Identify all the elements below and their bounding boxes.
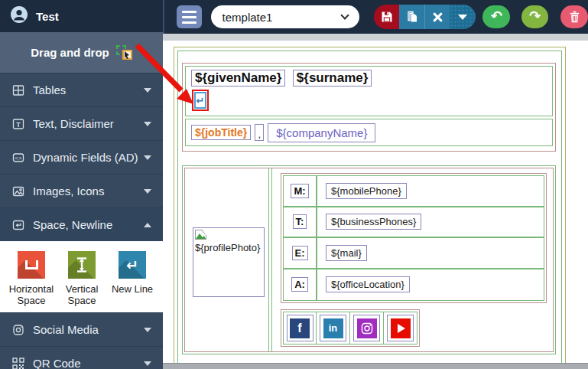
name-row-section: ${givenName} ${surname} ↵ <box>185 66 553 116</box>
vertical-space-icon <box>68 251 96 279</box>
sidebar-item-label: Text, Disclaimer <box>33 117 144 130</box>
field-profile-photo[interactable]: ${profilePhoto} <box>193 227 265 297</box>
svg-text:<>: <> <box>15 154 22 161</box>
horizontal-scrollbar[interactable] <box>163 363 588 369</box>
horizontal-space-tool[interactable]: Horizontal Space <box>6 251 57 306</box>
contact-label-telephone[interactable]: T: <box>293 214 307 229</box>
sidebar-item-images-icons[interactable]: Images, Icons <box>0 174 163 207</box>
sidebar-item-space-newline[interactable]: Space, Newline <box>0 207 163 241</box>
close-x-icon <box>432 11 443 23</box>
social-youtube-button[interactable] <box>387 315 414 341</box>
tables-icon <box>11 83 24 96</box>
contact-label-mobile[interactable]: M: <box>291 184 308 198</box>
tool-label: Horizontal Space <box>6 284 57 306</box>
newline-arrow-icon: ↵ <box>194 92 206 109</box>
contact-label-address[interactable]: A: <box>291 277 308 292</box>
text-icon: T <box>11 117 24 130</box>
new-line-icon: ↵ <box>119 251 146 279</box>
chevron-down-icon <box>341 11 349 19</box>
job-row-section: ${jobTitle} , ${companyName} <box>185 119 553 146</box>
clear-template-button[interactable] <box>424 5 450 29</box>
undo-button[interactable]: ↶ <box>482 5 510 28</box>
chevron-up-icon <box>144 223 151 227</box>
trash-icon <box>569 11 580 23</box>
sidebar-item-text-disclaimer[interactable]: T Text, Disclaimer <box>0 106 163 140</box>
more-actions-button[interactable] <box>450 5 476 29</box>
space-newline-panel: Horizontal Space Vertical Space ↵ New Li… <box>0 241 163 312</box>
copy-icon <box>406 11 418 23</box>
sidebar-item-label: QR Code <box>33 357 144 369</box>
social-linkedin-button[interactable]: in <box>320 315 346 341</box>
youtube-icon <box>391 318 411 338</box>
field-company-name[interactable]: ${companyName} <box>268 123 375 142</box>
contact-row: M: ${mobilePhone} <box>284 176 544 207</box>
field-given-name[interactable]: ${givenName} <box>191 70 285 87</box>
newline-icon <box>11 218 24 231</box>
chevron-down-icon <box>144 189 151 194</box>
photo-contacts-divider <box>268 168 272 352</box>
field-mail[interactable]: ${mail} <box>326 245 367 261</box>
redo-button[interactable]: ↷ <box>521 5 549 28</box>
redo-icon: ↷ <box>529 9 541 23</box>
hamburger-icon <box>182 11 197 13</box>
canvas-top-margin <box>163 34 588 41</box>
field-separator[interactable]: , <box>255 124 264 141</box>
save-template-button[interactable] <box>374 5 399 29</box>
chevron-down-icon <box>144 155 151 160</box>
field-business-phones[interactable]: ${businessPhones} <box>326 214 421 230</box>
sidebar-item-label: Space, Newline <box>33 218 144 231</box>
undo-icon: ↶ <box>491 9 502 23</box>
template-select-value: template1 <box>223 11 343 24</box>
images-icon <box>11 184 24 198</box>
horizontal-space-icon <box>18 251 45 279</box>
toolbar: template1 ↶ ↷ <box>163 0 588 34</box>
contact-row: A: ${officeLocation} <box>284 269 544 301</box>
account-header: Test <box>0 0 163 32</box>
sidebar-item-qr-code[interactable]: QR Code <box>0 346 163 369</box>
contact-row: E: ${mail} <box>284 238 544 269</box>
newline-element-selected[interactable]: ↵ <box>192 90 209 111</box>
facebook-icon: f <box>290 318 310 338</box>
field-surname[interactable]: ${surname} <box>293 70 372 87</box>
profile-photo-label: ${profilePhoto} <box>195 242 262 253</box>
drag-and-drop-label: Drag and drop <box>31 46 109 59</box>
drag-and-drop-hint: Drag and drop <box>0 32 163 73</box>
signature-outer-table: ${givenName} ${surname} ↵ ${jobTitle} , … <box>174 47 566 369</box>
social-instagram-button[interactable] <box>353 315 380 341</box>
template-select[interactable]: template1 <box>211 5 360 28</box>
sidebar-item-label: Social Media <box>33 323 144 336</box>
account-name: Test <box>36 10 59 23</box>
social-icons-row: f in <box>281 309 420 347</box>
header-block: ${givenName} ${surname} ↵ ${jobTitle} , … <box>182 63 556 152</box>
floppy-save-icon <box>381 11 393 23</box>
delete-template-button[interactable] <box>560 5 588 28</box>
contact-table: M: ${mobilePhone} T: ${businessPhones} E… <box>281 173 547 303</box>
chevron-down-icon <box>144 328 151 332</box>
social-facebook-button[interactable]: f <box>287 315 313 341</box>
sidebar-item-dynamic-fields[interactable]: <> Dynamic Fields (AD) <box>0 140 163 174</box>
body-block: ${profilePhoto} M: ${mobilePhone} T: ${b… <box>182 165 556 354</box>
field-job-title[interactable]: ${jobTitle} <box>191 125 251 140</box>
menu-button[interactable] <box>177 5 202 28</box>
chevron-down-icon <box>144 88 151 93</box>
tool-label: New Line <box>112 284 153 296</box>
vertical-space-tool[interactable]: Vertical Space <box>57 251 107 306</box>
dynamic-fields-icon: <> <box>11 151 24 164</box>
contact-label-email[interactable]: E: <box>292 246 308 260</box>
caret-down-icon <box>458 15 467 20</box>
social-media-icon <box>11 323 24 336</box>
field-mobile-phone[interactable]: ${mobilePhone} <box>326 183 407 199</box>
copy-template-button[interactable] <box>399 5 424 29</box>
sidebar-item-label: Images, Icons <box>33 184 144 198</box>
new-line-tool[interactable]: ↵ New Line <box>107 251 158 296</box>
qr-code-icon <box>11 357 24 369</box>
sidebar-item-social-media[interactable]: Social Media <box>0 312 163 346</box>
field-office-location[interactable]: ${officeLocation} <box>326 276 410 292</box>
sidebar-item-label: Dynamic Fields (AD) <box>33 151 144 164</box>
template-actions-group <box>374 5 476 29</box>
tool-label: Vertical Space <box>57 284 107 306</box>
contact-row: T: ${businessPhones} <box>284 207 544 239</box>
user-avatar-icon <box>10 5 28 27</box>
sidebar-item-tables[interactable]: Tables <box>0 73 163 106</box>
template-canvas: ${givenName} ${surname} ↵ ${jobTitle} , … <box>163 34 588 369</box>
